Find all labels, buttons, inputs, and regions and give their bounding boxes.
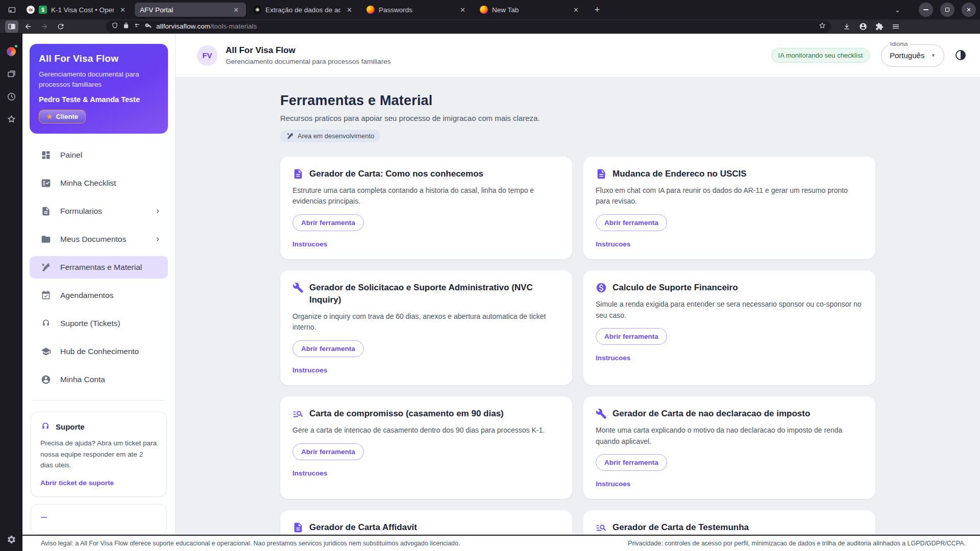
extensions-puzzle-icon[interactable] xyxy=(873,20,886,33)
chevron-down-icon: ▾ xyxy=(932,52,935,59)
tab-close-icon[interactable]: ✕ xyxy=(231,6,241,14)
tab-close-icon[interactable]: ✕ xyxy=(118,6,128,14)
instructions-link[interactable]: Instrucoes xyxy=(596,480,863,488)
sidebar-item-formularios[interactable]: Formularios xyxy=(30,200,168,222)
firefox-favicon-icon xyxy=(480,6,488,14)
open-tool-button[interactable]: Abrir ferramenta xyxy=(596,214,667,231)
open-tool-button[interactable]: Abrir ferramenta xyxy=(292,214,364,231)
checklist-icon xyxy=(41,178,51,188)
privacy-text: Privacidade: controles de acesso por per… xyxy=(628,540,966,547)
downloads-icon[interactable] xyxy=(840,20,853,33)
tab-title: New Tab xyxy=(492,6,567,14)
browser-tab[interactable]: New Tab✕ xyxy=(475,3,586,17)
open-tool-button[interactable]: Abrir ferramenta xyxy=(596,328,667,345)
chevron-right-icon xyxy=(154,207,162,215)
tool-card: Gerador de Solicitacao e Suporte Adminis… xyxy=(280,270,572,385)
page-subtitle: Recursos praticos para apoiar seu proces… xyxy=(280,114,875,122)
open-support-ticket-link[interactable]: Abrir ticket de suporte xyxy=(40,479,114,487)
app-subtitle: Gerenciamento documental para processos … xyxy=(226,58,771,65)
instructions-link[interactable]: Instrucoes xyxy=(292,469,560,477)
synced-tabs-icon[interactable] xyxy=(6,68,17,80)
sidebar-item-suporte-tickets-[interactable]: Suporte (Tickets) xyxy=(30,312,168,335)
account-icon[interactable] xyxy=(856,20,870,33)
graduation-cap-icon xyxy=(41,346,51,357)
client-badge: ★ Cliente xyxy=(39,110,86,123)
tool-card-title: Gerador de Carta de nao declaracao de im… xyxy=(612,408,810,420)
tab-close-icon[interactable]: ✕ xyxy=(571,6,581,14)
instructions-link[interactable]: Instrucoes xyxy=(596,354,863,362)
folder-icon xyxy=(41,234,51,244)
tool-card-title: Gerador de Carta Affidavit xyxy=(309,521,417,534)
key-icon[interactable] xyxy=(145,22,152,31)
firefox-view-icon[interactable] xyxy=(4,3,19,16)
main-content: Ferramentas e Material Recursos praticos… xyxy=(176,78,980,551)
bookmarks-star-icon[interactable] xyxy=(6,113,17,124)
tab-close-icon[interactable]: ✕ xyxy=(458,6,468,14)
lock-icon[interactable] xyxy=(122,22,130,31)
app-logo-avatar: FV xyxy=(197,45,217,66)
close-window-button[interactable]: ✕ xyxy=(962,3,976,17)
tab-close-icon[interactable]: ✕ xyxy=(345,6,354,14)
browser-tab[interactable]: OI$K-1 Visa Cost • Open V✕ xyxy=(21,3,133,17)
main-column: FV All For Visa Flow Gerenciamento docum… xyxy=(176,34,980,551)
instructions-link[interactable]: Instrucoes xyxy=(292,366,560,374)
sidebar-item-meus-documentos[interactable]: Meus Documentos xyxy=(30,228,168,251)
language-select[interactable]: Idioma Português ▾ xyxy=(881,44,944,67)
sidebar-item-painel[interactable]: Painel xyxy=(30,144,168,166)
dashboard-icon xyxy=(41,150,51,160)
sidebar-toggle-icon[interactable] xyxy=(5,20,18,33)
menu-hamburger-icon[interactable] xyxy=(889,20,902,33)
ai-monitoring-badge: IA monitorando seu checklist xyxy=(771,48,870,63)
afv-portal-app: All For Visa Flow Gerenciamento document… xyxy=(22,34,980,551)
tool-card-description: Simule a renda exigida para entender se … xyxy=(596,299,863,321)
openai-favicon-icon: ✳ xyxy=(253,6,261,14)
forward-button[interactable] xyxy=(38,20,51,33)
brand-card: All For Visa Flow Gerenciamento document… xyxy=(30,44,168,134)
headset-icon xyxy=(40,421,51,432)
legal-text: Aviso legal: a All For Visa Flow oferece… xyxy=(41,540,460,547)
search-list-icon xyxy=(596,522,607,533)
minimize-button[interactable] xyxy=(919,3,933,17)
browser-tab[interactable]: Passwords✕ xyxy=(361,3,473,17)
shield-icon[interactable] xyxy=(111,22,118,31)
tool-card-title: Gerador de Solicitacao e Suporte Adminis… xyxy=(309,282,560,306)
toolbar-right-buttons xyxy=(840,20,905,33)
open-tool-button[interactable]: Abrir ferramenta xyxy=(596,454,667,471)
url-bar[interactable]: allforvisaflow.com/tools-materials xyxy=(106,20,831,33)
star-icon: ★ xyxy=(46,113,53,120)
sidebar-item-minha-checklist[interactable]: Minha Checklist xyxy=(30,172,168,194)
permissions-toggle-icon[interactable] xyxy=(134,22,141,31)
oi-favicon-icon: OI xyxy=(27,6,35,14)
history-clock-icon[interactable] xyxy=(6,91,17,102)
url-text[interactable]: allforvisaflow.com/tools-materials xyxy=(156,22,815,30)
tool-card: Gerador de Carta: Como nos conhecemosEst… xyxy=(280,157,572,259)
instructions-link[interactable]: Instrucoes xyxy=(292,240,560,248)
sidebar-item-hub-de-conhecimento[interactable]: Hub de Conhecimento xyxy=(30,340,168,363)
tool-card: Carta de compromisso (casamento em 90 di… xyxy=(280,396,572,499)
new-tab-button[interactable]: + xyxy=(590,3,604,17)
profile-icon[interactable] xyxy=(6,46,17,57)
reload-button[interactable] xyxy=(54,20,67,33)
sidebar-item-label: Suporte (Tickets) xyxy=(60,319,162,328)
theme-toggle-icon[interactable] xyxy=(954,49,968,62)
maximize-button[interactable] xyxy=(940,3,954,17)
open-tool-button[interactable]: Abrir ferramenta xyxy=(292,443,364,460)
tool-card-description: Fluxo em chat com IA para reunir os dado… xyxy=(596,185,863,207)
list-all-tabs-icon[interactable]: ⌄ xyxy=(895,6,900,14)
browser-tab[interactable]: ✳Extração de dados de aco✕ xyxy=(248,3,359,17)
window-controls: ✕ xyxy=(919,3,976,17)
browser-tab[interactable]: AFV Portal✕ xyxy=(135,3,246,17)
document-icon xyxy=(596,168,607,180)
sidebar-item-minha-conta[interactable]: Minha Conta xyxy=(30,368,168,391)
back-button[interactable] xyxy=(21,20,35,33)
tool-card-title: Gerador de Carta: Como nos conhecemos xyxy=(309,168,483,180)
bookmark-star-icon[interactable] xyxy=(819,22,826,31)
headset-icon xyxy=(41,318,51,329)
sidebar-item-ferramentas-e-material[interactable]: Ferramentas e Material xyxy=(30,256,168,279)
instructions-link[interactable]: Instrucoes xyxy=(596,240,863,248)
tool-card-description: Gere a carta de intencao de casamento de… xyxy=(292,425,560,436)
app-title: All For Visa Flow xyxy=(226,45,771,56)
settings-gear-icon[interactable] xyxy=(6,534,17,545)
sidebar-item-agendamentos[interactable]: Agendamentos xyxy=(30,284,168,307)
open-tool-button[interactable]: Abrir ferramenta xyxy=(292,340,364,357)
